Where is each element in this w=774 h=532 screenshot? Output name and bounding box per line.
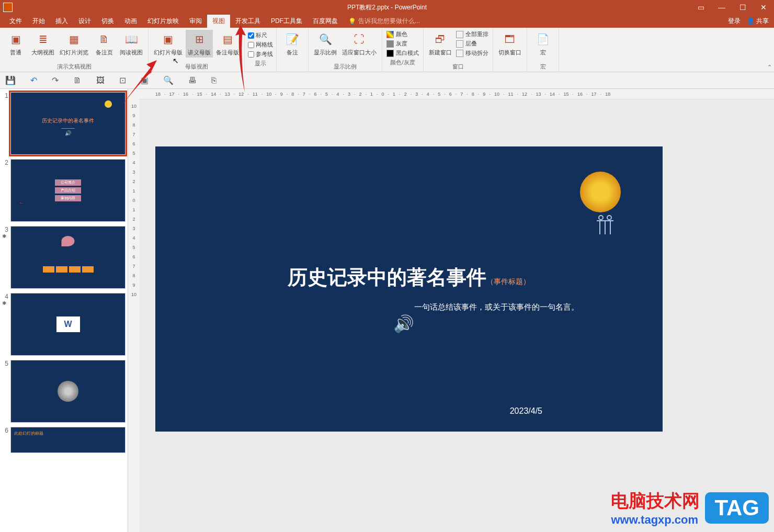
slide-canvas[interactable]: 历史记录中的著名事件（事件标题） 一句话总结该事件，或关于该事件的一句名言。 🔊…: [155, 146, 663, 432]
redo-icon[interactable]: ↷: [52, 75, 59, 85]
collapse-ribbon-icon[interactable]: ⌃: [767, 64, 772, 71]
gridlines-checkbox[interactable]: 网格线: [248, 40, 273, 49]
ruler-tick: 3: [132, 226, 135, 231]
qat-icon-3[interactable]: ⊡: [119, 75, 126, 85]
qat-icon-7[interactable]: ⎘: [211, 76, 217, 85]
tell-me-search[interactable]: 💡 告诉我您想要做什么...: [348, 17, 420, 26]
normal-view-button[interactable]: ▣普通: [3, 30, 28, 58]
share-button[interactable]: 👤 共享: [747, 17, 769, 26]
blackwhite-button[interactable]: 黑白模式: [385, 49, 420, 58]
portrait-thumb-icon: [58, 381, 78, 402]
slide-thumbnail-6[interactable]: 此处幻灯的标题: [10, 427, 126, 453]
title-sub-text: （事件标题）: [486, 277, 530, 286]
maximize-icon[interactable]: ☐: [732, 0, 753, 15]
ruler-tick: 13: [225, 92, 230, 97]
tab-animations[interactable]: 动画: [119, 15, 142, 28]
tab-view[interactable]: 视图: [207, 15, 230, 28]
slide-thumbnail-panel[interactable]: 1 历史记录中的著名事件 ────── 🔊 2 公司简介 产品介绍 案例内容 ←…: [0, 89, 128, 532]
minimize-icon[interactable]: —: [711, 0, 732, 15]
slide-title[interactable]: 历史记录中的著名事件（事件标题）: [155, 264, 663, 291]
notes-page-button[interactable]: 🗎备注页: [92, 30, 117, 58]
outline-view-button[interactable]: ≣大纲视图: [29, 30, 56, 58]
fit-window-button[interactable]: ⛶适应窗口大小: [340, 30, 379, 58]
ruler-tick: 8: [291, 92, 294, 97]
tab-baidu[interactable]: 百度网盘: [308, 15, 343, 28]
cascade-button[interactable]: 层叠: [455, 39, 490, 48]
movesplit-label: 移动拆分: [465, 49, 488, 57]
slide-thumbnail-1[interactable]: 历史记录中的著名事件 ────── 🔊: [10, 92, 126, 155]
ruler-tick: 6: [449, 92, 452, 97]
slide-date[interactable]: 2023/4/5: [510, 406, 542, 416]
group-label-window: 窗口: [452, 62, 464, 72]
save-icon[interactable]: 💾: [5, 75, 16, 85]
column-decoration-icon: [594, 213, 617, 236]
ruler-tick: 1: [132, 207, 135, 212]
slide-master-button[interactable]: ▣幻灯片母版: [152, 30, 185, 58]
slide-subtitle[interactable]: 一句话总结该事件，或关于该事件的一句名言。: [155, 302, 663, 312]
empty-label2: [509, 63, 510, 72]
audio-icon[interactable]: 🔊: [393, 314, 414, 334]
new-window-button[interactable]: 🗗新建窗口: [427, 30, 454, 58]
normal-label: 普通: [10, 49, 21, 56]
guides-checkbox[interactable]: 参考线: [248, 50, 273, 59]
tab-design[interactable]: 设计: [73, 15, 96, 28]
group-label-master-views: 母版视图: [185, 62, 208, 72]
qat-icon-1[interactable]: 🗎: [73, 76, 82, 85]
ruler-tick: 13: [536, 92, 541, 97]
undo-icon[interactable]: ↶: [30, 75, 37, 85]
slide-thumbnail-4[interactable]: W: [10, 293, 126, 356]
notes-button[interactable]: 📝备注: [280, 30, 305, 58]
titlebar: PPT教程2.pptx - PowerPoint ▭ — ☐ ✕: [0, 0, 774, 15]
zoom-button[interactable]: 🔍显示比例: [312, 30, 339, 58]
watermark-line2: www.tagxp.com: [611, 513, 700, 527]
tab-developer[interactable]: 开发工具: [230, 15, 266, 28]
qat-icon-6[interactable]: 🖶: [188, 76, 197, 85]
tab-insert[interactable]: 插入: [50, 15, 73, 28]
ruler-tick: 9: [280, 92, 283, 97]
sorter-label: 幻灯片浏览: [60, 49, 88, 56]
macros-button[interactable]: 📄宏: [530, 30, 555, 58]
arrange-all-button[interactable]: 全部重排: [455, 30, 490, 39]
tab-file[interactable]: 文件: [4, 15, 27, 28]
tab-transitions[interactable]: 切换: [96, 15, 119, 28]
qat-icon-2[interactable]: 🖼: [96, 76, 105, 85]
color-button[interactable]: 颜色: [385, 30, 420, 39]
handout-master-button[interactable]: ⊞讲义母版: [186, 30, 213, 58]
animation-indicator-icon: ✱: [2, 233, 10, 239]
close-icon[interactable]: ✕: [753, 0, 774, 15]
group-label-macros: 宏: [540, 62, 546, 72]
slide-thumbnail-5[interactable]: [10, 360, 126, 423]
thumb-item: 产品介绍: [55, 187, 81, 194]
tab-slideshow[interactable]: 幻灯片放映: [142, 15, 184, 28]
leaf-image[interactable]: [580, 172, 621, 212]
qat-icon-5[interactable]: 🔍: [163, 75, 174, 85]
ribbon-options-icon[interactable]: ▭: [690, 0, 711, 15]
word-doc-icon: W: [56, 316, 80, 332]
leaf-thumb-icon: [105, 100, 112, 108]
qat-icon-4[interactable]: ▣: [141, 75, 149, 85]
workspace: 1 历史记录中的著名事件 ────── 🔊 2 公司简介 产品介绍 案例内容 ←…: [0, 89, 774, 532]
slide-thumbnail-2[interactable]: 公司简介 产品介绍 案例内容 ←: [10, 159, 126, 222]
slide-thumbnail-3[interactable]: [10, 226, 126, 289]
slide-number: 6: [2, 427, 10, 453]
slide-sorter-button[interactable]: ▦幻灯片浏览: [58, 30, 90, 58]
tab-home[interactable]: 开始: [27, 15, 50, 28]
ruler-checkbox[interactable]: 标尺: [248, 31, 273, 40]
tab-review[interactable]: 审阅: [184, 15, 207, 28]
reading-view-button[interactable]: 📖阅读视图: [118, 30, 145, 58]
slide-number: 5: [2, 360, 10, 423]
empty-label1: [291, 63, 293, 72]
tab-pdftools[interactable]: PDF工具集: [266, 15, 308, 28]
switch-window-button[interactable]: 🗔切换窗口: [496, 30, 523, 58]
login-button[interactable]: 登录: [728, 17, 741, 26]
lightbulb-icon: 💡: [348, 18, 356, 25]
group-notes-single: 📝备注: [277, 28, 309, 72]
watermark-line1: 电脑技术网: [611, 489, 700, 513]
notes-label: 备注: [287, 49, 298, 56]
slide-number: 3: [2, 226, 10, 233]
move-split-button[interactable]: 移动拆分: [455, 49, 490, 58]
ruler-tick: 9: [132, 282, 135, 288]
notes-master-button[interactable]: ▤备注母版: [214, 30, 241, 58]
ruler-tick: 6: [132, 254, 135, 259]
grayscale-button[interactable]: 灰度: [385, 39, 420, 48]
